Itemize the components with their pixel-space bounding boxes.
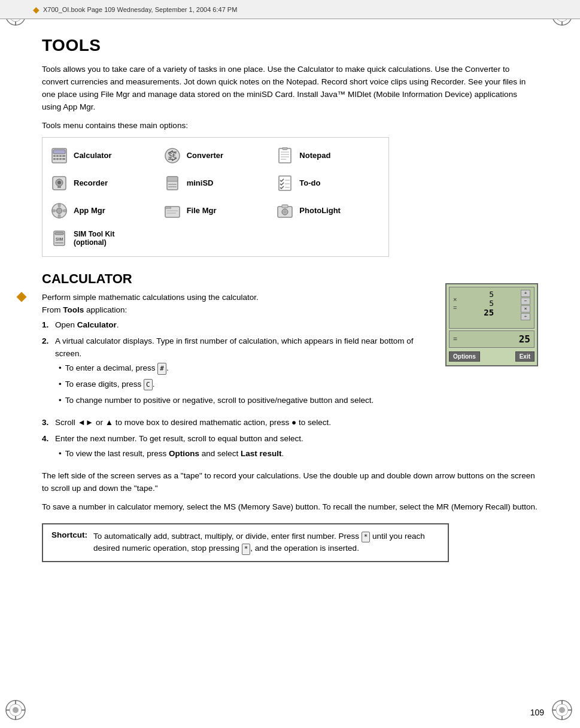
diamond-icon: ◆ <box>33 5 40 14</box>
bullet-2-3: To change number to positive or negative… <box>59 395 436 407</box>
header-text: X700_OI.book Page 109 Wednesday, Septemb… <box>43 6 237 13</box>
tools-bold: Tools <box>63 305 84 314</box>
corner-decoration-br <box>551 699 575 723</box>
bullet-4-1: To view the last result, press Options a… <box>59 448 538 460</box>
tool-item-recorder: Recorder <box>46 171 159 195</box>
shortcut-text: To automatically add, subtract, multiply… <box>93 530 439 555</box>
minisd-icon <box>163 174 182 193</box>
intro-paragraph: Tools allows you to take care of a varie… <box>42 63 538 114</box>
step-1: 1. Open Calculator. <box>42 319 436 332</box>
bullet-2-2: To erase digits, press C. <box>59 378 436 391</box>
step-2-bullets: To enter a decimal, press #. To erase di… <box>59 362 436 411</box>
tools-menu-grid: Calculator $€ Converter <box>42 137 389 257</box>
main-content: TOOLS Tools allows you to take care of a… <box>36 24 544 704</box>
minisd-label: miniSD <box>187 178 214 187</box>
shortcut-box: Shortcut: To automatically add, subtract… <box>42 523 449 562</box>
svg-rect-51 <box>167 177 178 181</box>
recorder-icon <box>50 174 69 193</box>
svg-rect-36 <box>59 158 62 160</box>
step-1-text: Open Calculator. <box>55 319 436 332</box>
svg-rect-69 <box>282 205 288 208</box>
step-2-number: 2. <box>42 335 55 360</box>
step-1-number: 1. <box>42 319 55 332</box>
step-2-text: A virtual calculator displays. Type in f… <box>55 335 436 360</box>
svg-rect-61 <box>58 214 60 218</box>
todo-icon <box>275 174 294 193</box>
step-4-text: Enter the next number. To get result, sc… <box>55 433 538 445</box>
header-bar: ◆ X700_OI.book Page 109 Wednesday, Septe… <box>0 0 580 19</box>
appmgr-icon <box>50 201 69 220</box>
svg-rect-29 <box>53 150 65 154</box>
page-title: TOOLS <box>42 36 538 55</box>
step-3: 3. Scroll ◄► or ▲ to move box to desired… <box>42 417 538 429</box>
svg-point-59 <box>56 208 62 213</box>
photolight-icon <box>275 201 294 220</box>
simtool-icon: SIM <box>50 229 69 248</box>
step-4: 4. Enter the next number. To get result,… <box>42 433 538 466</box>
bullet-2-1: To enter a decimal, press #. <box>59 362 436 375</box>
tool-item-photolight: PhotoLight <box>272 199 385 223</box>
tape-paragraph: The left side of the screen serves as a … <box>42 470 538 495</box>
svg-rect-37 <box>62 158 65 160</box>
shortcut-label: Shortcut: <box>51 530 87 555</box>
svg-rect-62 <box>52 210 56 212</box>
calculator-screenshot: × = 5 5 25 + − × ÷ <box>445 283 538 366</box>
svg-rect-31 <box>56 155 59 157</box>
svg-point-16 <box>13 707 19 713</box>
svg-rect-63 <box>63 210 67 212</box>
calculator-icon <box>50 146 69 165</box>
memory-paragraph: To save a number in calculator memory, s… <box>42 501 538 514</box>
step-4-bullets: To view the last result, press Options a… <box>59 448 538 464</box>
left-arrow-marker-1 <box>18 293 25 301</box>
step-4-number: 4. <box>42 433 55 445</box>
notepad-icon <box>275 146 294 165</box>
converter-label: Converter <box>187 151 223 160</box>
tool-item-filemgr: File Mgr <box>159 199 272 223</box>
menu-label: Tools menu contains these main options: <box>42 121 538 130</box>
svg-rect-30 <box>53 155 56 157</box>
tool-item-minisd: miniSD <box>159 171 272 195</box>
svg-rect-40 <box>279 148 291 163</box>
svg-rect-32 <box>59 155 62 157</box>
svg-rect-52 <box>168 184 177 185</box>
notepad-label: Notepad <box>299 151 330 160</box>
svg-rect-74 <box>55 242 63 244</box>
tool-item-simtool: SIM SIM Tool Kit(optional) <box>46 226 159 250</box>
step-2: 2. A virtual calculator displays. Type i… <box>42 335 436 414</box>
calculator-label: Calculator <box>74 151 112 160</box>
filemgr-label: File Mgr <box>187 206 217 215</box>
photolight-label: PhotoLight <box>299 206 341 215</box>
corner-decoration-bl <box>5 699 29 723</box>
simtool-label: SIM Tool Kit(optional) <box>74 230 114 247</box>
todo-label: To-do <box>299 178 320 187</box>
step-3-text: Scroll ◄► or ▲ to move box to desired ma… <box>55 417 538 429</box>
step-3-number: 3. <box>42 417 55 429</box>
svg-text:SIM: SIM <box>56 237 63 241</box>
svg-rect-60 <box>58 204 60 207</box>
svg-rect-72 <box>55 232 63 235</box>
tool-item-converter: $€ Converter <box>159 144 272 168</box>
svg-rect-48 <box>57 186 61 188</box>
tool-item-calculator: Calculator <box>46 144 159 168</box>
svg-point-49 <box>57 181 61 184</box>
svg-rect-34 <box>53 158 56 160</box>
svg-point-23 <box>559 707 565 713</box>
converter-icon: $€ <box>163 146 182 165</box>
recorder-label: Recorder <box>74 178 108 187</box>
svg-rect-53 <box>168 186 177 187</box>
filemgr-icon <box>163 201 182 220</box>
svg-rect-33 <box>62 155 65 157</box>
svg-point-70 <box>283 210 287 214</box>
svg-rect-35 <box>56 158 59 160</box>
tool-item-appmgr: App Mgr <box>46 199 159 223</box>
tool-item-notepad: Notepad <box>272 144 385 168</box>
tool-item-todo: To-do <box>272 171 385 195</box>
page-number: 109 <box>530 708 544 717</box>
svg-rect-45 <box>283 147 287 150</box>
appmgr-label: App Mgr <box>74 206 105 215</box>
